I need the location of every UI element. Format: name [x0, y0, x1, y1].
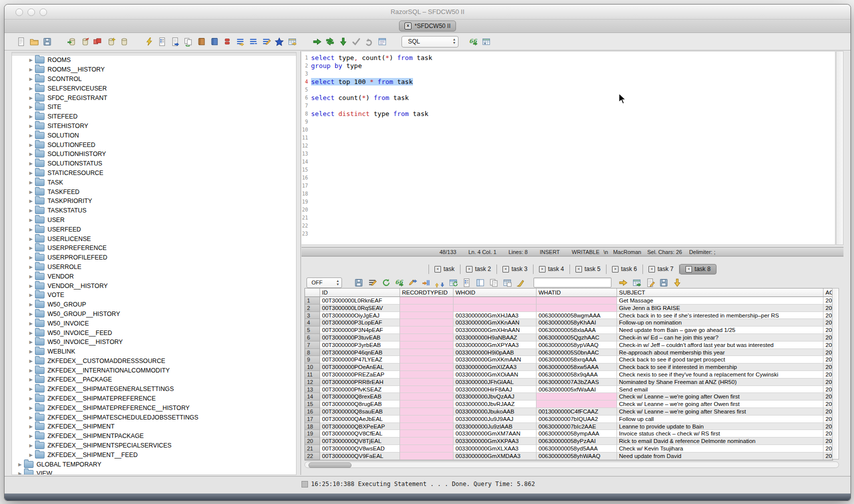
tree-item[interactable]: ▶W50_INVOICE__HISTORY: [12, 338, 296, 347]
tree-item[interactable]: ▶SOLUTION: [12, 130, 296, 140]
grid-cell[interactable]: Rick to email David & reference Delmonte…: [617, 438, 824, 445]
grid-cell[interactable]: 00630000005QgzhAAC: [536, 334, 617, 342]
grid-cell[interactable]: [400, 364, 454, 371]
grid-cell[interactable]: 0033000000JbukoAAB: [454, 408, 536, 416]
grid-cell[interactable]: 0033000000GmXKPAA3: [454, 438, 536, 445]
disclosure-triangle-icon[interactable]: ▶: [27, 76, 35, 82]
grid-cell[interactable]: 200: [824, 326, 832, 334]
grid-cell[interactable]: [536, 400, 617, 408]
grid-cell[interactable]: [400, 430, 454, 438]
grid-row[interactable]: 700T3000000P3yrbEAB0033000000GmXPYAA3006…: [305, 342, 832, 349]
result-tab-task-3[interactable]: ×task 3: [497, 264, 534, 274]
disclosure-triangle-icon[interactable]: ▶: [27, 104, 35, 110]
reload-grid-icon[interactable]: [448, 276, 459, 288]
result-tab-task-7[interactable]: ×task 7: [643, 264, 680, 274]
copy-rows-icon[interactable]: [488, 276, 500, 288]
disclosure-triangle-icon[interactable]: ▶: [27, 377, 35, 382]
goto-column-icon[interactable]: [420, 276, 432, 288]
grid-row[interactable]: 1000T3000000POeAnEAL0033000000GmXIZAA300…: [305, 364, 832, 371]
disclosure-triangle-icon[interactable]: ▶: [27, 321, 35, 326]
document-tab-close-icon[interactable]: ×: [404, 22, 412, 30]
describe-object-icon[interactable]: [156, 36, 168, 48]
tree-item[interactable]: ▶USERPREFERENCE: [12, 244, 296, 253]
tree-item[interactable]: ▶VIEW: [12, 469, 296, 475]
export-grid-icon[interactable]: [631, 276, 642, 288]
grid-cell[interactable]: 0033000000GmXLXAA3: [454, 445, 536, 452]
grid-cell[interactable]: 00T3000000L0RknEAF: [320, 297, 400, 304]
grid-cell[interactable]: 006300000058ypVAAQ: [536, 342, 617, 349]
editor-line[interactable]: 6select count(*) from task: [302, 94, 835, 102]
grid-row[interactable]: 1400T3000000Q8rexEAB0033000000JbvQzAAJCh…: [305, 393, 832, 400]
tree-item[interactable]: ▶SELFSERVICEUSER: [12, 84, 296, 93]
result-tab-task[interactable]: ×task: [428, 264, 460, 274]
grid-row[interactable]: 1500T3000000Q8rugEAB0033000000JbvRJAAZCh…: [305, 400, 832, 408]
disclosure-triangle-icon[interactable]: ▶: [27, 198, 35, 204]
grid-row[interactable]: 2200T3000000QV9FaEAL0033000000GmXMDAA300…: [305, 452, 832, 460]
grid-cell[interactable]: [400, 371, 454, 378]
grid-cell[interactable]: Check w/ Kevin Tsujihara: [617, 445, 824, 452]
editor-vertical-scrollbar[interactable]: [836, 51, 844, 245]
editor-line[interactable]: 9: [302, 118, 835, 126]
disclosure-triangle-icon[interactable]: ▶: [27, 274, 35, 279]
save-results-icon[interactable]: [353, 276, 364, 288]
sql-history-icon[interactable]: [196, 36, 207, 48]
result-tab-close-icon[interactable]: ×: [502, 266, 509, 272]
grid-cell[interactable]: 006300000058xw5AAA: [536, 364, 617, 371]
grid-cell[interactable]: 0033000000GmXOiAAN: [454, 371, 536, 378]
notes-icon[interactable]: [644, 276, 656, 288]
grid-cell[interactable]: Need update from Bain – gave go ahead 1/…: [617, 326, 824, 334]
save-grid-icon[interactable]: [658, 276, 670, 288]
disclosure-triangle-icon[interactable]: ▶: [27, 180, 35, 185]
results-search-input[interactable]: [534, 278, 612, 288]
editor-line[interactable]: 13: [302, 150, 835, 158]
fetch-more-icon[interactable]: [672, 276, 683, 288]
column-header-RECORDTYPEID[interactable]: RECORDTYPEID: [400, 288, 454, 297]
minimize-window-button[interactable]: [28, 8, 35, 16]
grid-cell[interactable]: 200: [824, 342, 832, 349]
grid-cell[interactable]: [400, 326, 454, 334]
grid-cell[interactable]: 0033000000GmXHJAA3: [454, 312, 536, 320]
result-tab-close-icon[interactable]: ×: [576, 266, 582, 272]
grid-cell[interactable]: Check back to see if good target prospec…: [617, 356, 824, 364]
grid-row[interactable]: 1900T3000000QV8CfEAL0033000000GmXM7AAN00…: [305, 430, 832, 438]
grid-cell[interactable]: 0033000000GmXHnAAN: [454, 326, 536, 334]
grid-cell[interactable]: [400, 304, 454, 312]
row-limit-select[interactable]: OFF ▲▼: [306, 278, 342, 288]
result-tab-close-icon[interactable]: ×: [648, 266, 655, 272]
row-number-header[interactable]: [305, 288, 320, 297]
tree-item[interactable]: ▶ZKFEDEX__SHIPMATEGENERALSETTINGS: [12, 384, 296, 394]
disclosure-triangle-icon[interactable]: ▶: [27, 424, 35, 429]
disclosure-triangle-icon[interactable]: ▶: [16, 471, 24, 475]
grid-row[interactable]: 2000T3000000QV8TjEAL0033000000GmXKPAA300…: [305, 438, 832, 445]
grid-cell[interactable]: 006300000058yd5AAA: [536, 445, 617, 452]
grid-cell[interactable]: 00630000005S0bnAAC: [536, 349, 617, 356]
grid-cell[interactable]: [454, 297, 536, 304]
disclosure-triangle-icon[interactable]: ▶: [27, 396, 35, 401]
tree-item[interactable]: ▶ZKFEDEX__INTERNATIONALCOMMODITY: [12, 366, 296, 375]
editor-line[interactable]: 17: [302, 182, 835, 190]
grid-cell[interactable]: 006300000058yPzAAI: [536, 438, 617, 445]
grid-horizontal-scrollbar[interactable]: [304, 462, 839, 468]
grid-cell[interactable]: 200: [824, 393, 832, 400]
grid-cell[interactable]: 0033000000GmXIZAA3: [454, 364, 536, 371]
grid-cell[interactable]: 200: [824, 423, 832, 430]
grid-cell[interactable]: 200: [824, 319, 832, 326]
grid-cell[interactable]: 200: [824, 438, 832, 445]
grid-cell[interactable]: 200: [824, 364, 832, 371]
compare-results-icon[interactable]: [182, 36, 194, 48]
fetch-next-icon[interactable]: [338, 36, 349, 48]
tree-item[interactable]: ▶VOTE: [12, 290, 296, 300]
disclosure-triangle-icon[interactable]: ▶: [27, 312, 35, 316]
disclosure-triangle-icon[interactable]: ▶: [27, 452, 35, 458]
grid-cell[interactable]: Check w/ Leanne – we're going after Shea…: [617, 408, 824, 416]
grid-cell[interactable]: Send email: [617, 386, 824, 394]
result-tab-task-8[interactable]: ×task 8: [680, 264, 716, 274]
sort-data-icon[interactable]: [234, 36, 246, 48]
grid-cell[interactable]: 00T3000000P3tuvEAB: [320, 334, 400, 342]
grid-cell[interactable]: Give Jenn a BIG RAISE: [617, 304, 824, 312]
grid-cell[interactable]: 200: [824, 452, 832, 460]
disclosure-triangle-icon[interactable]: ▶: [27, 227, 35, 232]
disclosure-triangle-icon[interactable]: ▶: [27, 236, 35, 242]
result-tab-task-6[interactable]: ×task 6: [606, 264, 643, 274]
disclosure-triangle-icon[interactable]: ▶: [27, 330, 35, 336]
